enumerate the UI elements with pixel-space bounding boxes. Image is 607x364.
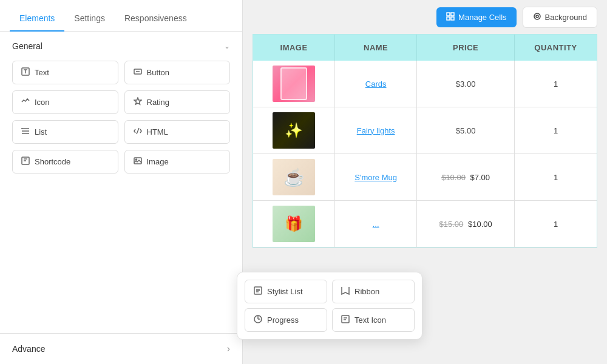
button-element-btn[interactable]: Button (124, 61, 231, 84)
product-image-last (273, 206, 315, 242)
table-row: ... $15.00 $10.00 1 (253, 201, 597, 248)
advance-section[interactable]: Advance › (0, 333, 242, 364)
shortcode-icon (21, 157, 30, 167)
shortcode-label: Shortcode (35, 157, 70, 166)
ribbon-icon (341, 286, 350, 297)
rating-label: Rating (147, 98, 170, 107)
rating-element-btn[interactable]: Rating (124, 90, 231, 114)
table-row: Fairy lights $5.00 1 (253, 107, 597, 154)
tab-settings[interactable]: Settings (64, 6, 115, 32)
svg-line-10 (137, 128, 139, 134)
svg-rect-16 (447, 13, 450, 16)
svg-rect-19 (451, 17, 454, 20)
general-header: General ⌄ (12, 41, 230, 51)
cell-name: Fairy lights (335, 107, 417, 154)
cell-name: ... (335, 201, 417, 248)
cell-name: S'more Mug (335, 154, 417, 201)
button-label: Button (147, 68, 170, 77)
cell-image (253, 201, 335, 248)
text-icon (21, 67, 30, 78)
col-image: IMAGE (253, 35, 335, 61)
table-row: S'more Mug $10.00 $7.00 1 (253, 154, 597, 201)
popup-progress-label: Progress (267, 315, 299, 325)
progress-icon (254, 315, 262, 325)
shortcode-element-btn[interactable]: Shortcode (12, 150, 118, 174)
tab-elements[interactable]: Elements (10, 6, 64, 32)
svg-marker-5 (134, 98, 141, 104)
svg-point-15 (135, 159, 137, 160)
chevron-down-icon: ⌄ (224, 42, 230, 50)
cell-image (253, 61, 335, 107)
general-section: General ⌄ Text (0, 32, 242, 183)
product-link-lights[interactable]: Fairy lights (357, 126, 395, 135)
popup-item-progress[interactable]: Progress (245, 308, 327, 332)
icon-label: Icon (35, 98, 50, 107)
product-table-container: IMAGE NAME PRICE QUANTITY Cards (253, 34, 597, 248)
popup-item-ribbon[interactable]: Ribbon (332, 280, 415, 303)
svg-point-21 (536, 15, 538, 18)
cell-name: Cards (335, 61, 417, 107)
product-link-mug[interactable]: S'more Mug (354, 173, 397, 182)
manage-cells-button[interactable]: Manage Cells (436, 7, 517, 27)
background-icon (533, 12, 541, 22)
product-price-sale-mug: $7.00 (470, 173, 490, 182)
rating-icon (134, 97, 142, 107)
background-label: Background (545, 13, 587, 22)
popup-text-icon-label: Text Icon (354, 315, 386, 325)
tabs-bar: Elements Settings Responsiveness (0, 0, 242, 32)
cell-price: $5.00 (417, 107, 515, 154)
popup-ribbon-label: Ribbon (354, 287, 379, 296)
cell-price: $15.00 $10.00 (417, 201, 515, 248)
text-label: Text (35, 68, 49, 77)
cell-image (253, 107, 335, 154)
product-table: IMAGE NAME PRICE QUANTITY Cards (253, 35, 597, 248)
popup-stylist-list-label: Stylist List (267, 287, 303, 296)
text-element-btn[interactable]: Text (12, 61, 118, 84)
tab-responsiveness[interactable]: Responsiveness (115, 6, 197, 32)
product-qty-lights: 1 (554, 126, 558, 135)
html-element-btn[interactable]: HTML (124, 120, 231, 144)
toolbar: Manage Cells Background (243, 0, 607, 34)
product-qty-cards: 1 (554, 79, 558, 89)
svg-rect-18 (447, 17, 450, 20)
popup-item-stylist-list[interactable]: Stylist List (245, 280, 327, 303)
background-button[interactable]: Background (523, 7, 597, 28)
product-price-lights: $5.00 (456, 126, 476, 135)
product-qty-last: 1 (554, 220, 558, 229)
left-panel: Elements Settings Responsiveness General… (0, 0, 243, 364)
icon-icon (21, 97, 30, 107)
cell-quantity: 1 (515, 154, 597, 201)
svg-rect-17 (451, 13, 454, 16)
product-link-cards[interactable]: Cards (365, 79, 387, 89)
svg-rect-29 (342, 315, 349, 323)
elements-grid: Text Button Icon (12, 61, 230, 174)
icon-element-btn[interactable]: Icon (12, 90, 118, 114)
stylist-list-icon (254, 286, 262, 297)
html-icon (134, 127, 142, 137)
product-price-sale-last: $10.00 (468, 220, 492, 229)
product-qty-mug: 1 (554, 173, 558, 182)
col-name: NAME (335, 35, 417, 61)
product-image-lights (273, 112, 315, 149)
cell-image (253, 154, 335, 201)
cell-quantity: 1 (515, 201, 597, 248)
table-row: Cards $3.00 1 (253, 61, 597, 107)
chevron-right-icon: › (227, 343, 230, 354)
image-element-btn[interactable]: Image (124, 150, 231, 174)
manage-cells-label: Manage Cells (458, 13, 507, 22)
col-quantity: QUANTITY (515, 35, 597, 61)
popup-item-text-icon[interactable]: Text Icon (332, 308, 415, 332)
product-image-cards (273, 66, 315, 102)
svg-point-20 (534, 13, 540, 19)
cell-price: $3.00 (417, 61, 515, 107)
product-link-last[interactable]: ... (373, 220, 379, 229)
product-price-cards: $3.00 (456, 79, 476, 89)
list-element-btn[interactable]: List (12, 120, 118, 144)
list-icon (21, 127, 30, 137)
table-wrapper: IMAGE NAME PRICE QUANTITY Cards (253, 35, 597, 248)
cell-quantity: 1 (515, 61, 597, 107)
image-label: Image (147, 157, 169, 166)
product-image-mug (273, 159, 315, 195)
html-label: HTML (147, 127, 168, 136)
col-price: PRICE (417, 35, 515, 61)
